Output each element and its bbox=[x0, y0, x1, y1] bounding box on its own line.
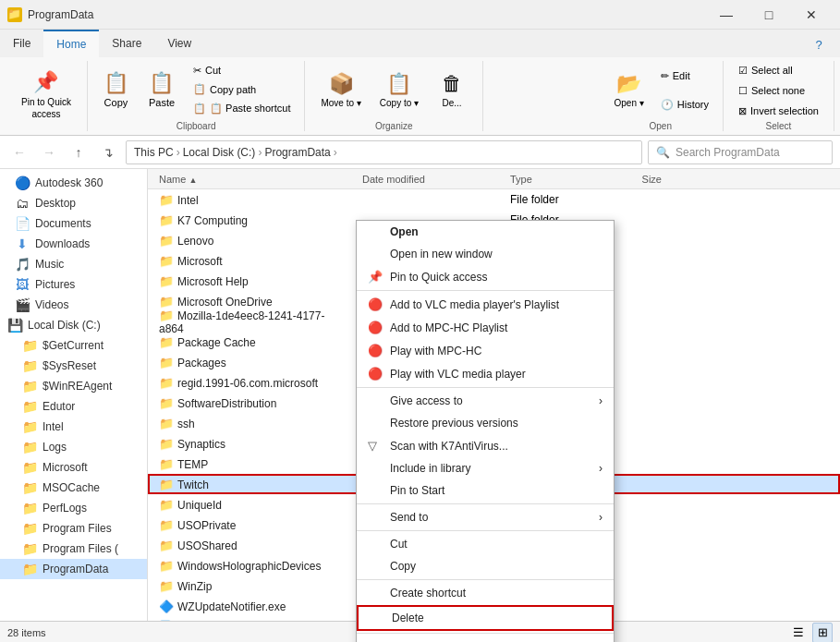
col-header-name[interactable]: Name ▲ bbox=[152, 174, 355, 185]
disk-icon: 💾 bbox=[7, 318, 22, 333]
sidebar-item-sysreset[interactable]: 📁 $SysReset bbox=[0, 356, 147, 376]
close-button[interactable]: ✕ bbox=[790, 0, 833, 30]
ctx-give-access[interactable]: Give access to › bbox=[357, 390, 614, 412]
ribbon-tabs: File Home Share View ? bbox=[0, 30, 840, 57]
ctx-send-to[interactable]: Send to › bbox=[357, 506, 614, 528]
open-label: Open bbox=[650, 119, 672, 131]
sidebar-item-logs[interactable]: 📁 Logs bbox=[0, 437, 147, 457]
edit-button[interactable]: ✏ Edit bbox=[654, 67, 715, 85]
music-icon: 🎵 bbox=[15, 257, 30, 272]
sysreset-icon: 📁 bbox=[22, 358, 37, 373]
sidebar-item-pictures[interactable]: 🖼 Pictures bbox=[0, 274, 147, 295]
minimize-button[interactable]: — bbox=[705, 0, 748, 30]
ctx-play-vlc[interactable]: 🔴 Play with VLC media player bbox=[357, 362, 614, 385]
perflogs-icon: 📁 bbox=[22, 501, 37, 515]
file-row-intel[interactable]: 📁Intel File folder bbox=[148, 189, 840, 210]
col-header-size[interactable]: Size bbox=[595, 174, 669, 185]
sidebar-item-programfiles[interactable]: 📁 Program Files bbox=[0, 518, 147, 539]
ctx-rename[interactable]: Rename bbox=[357, 636, 614, 642]
ctx-scan-k7[interactable]: ▽ Scan with K7AntiVirus... bbox=[357, 434, 614, 457]
ctx-open[interactable]: Open bbox=[357, 221, 614, 243]
copy-button[interactable]: 📋 Copy bbox=[95, 61, 137, 118]
ctx-mpc-playlist[interactable]: 🔴 Add to MPC-HC Playlist bbox=[357, 316, 614, 339]
sidebar-item-desktop[interactable]: 🗂 Desktop bbox=[0, 193, 147, 213]
invert-icon: ⊠ bbox=[738, 105, 747, 117]
invert-selection-button[interactable]: ⊠ Invert selection bbox=[732, 103, 825, 120]
help-button[interactable]: ? bbox=[797, 30, 840, 59]
address-bar: ← → ↑ ↴ This PC › Local Disk (C:) › Prog… bbox=[0, 136, 840, 169]
autodesk-label: Autodesk 360 bbox=[35, 176, 103, 189]
open-button[interactable]: 📂 Open ▾ bbox=[606, 62, 652, 119]
paste-shortcut-button[interactable]: 📋 📋 Paste shortcut bbox=[187, 100, 297, 118]
up-button[interactable]: ↑ bbox=[67, 140, 91, 164]
sidebar-item-documents[interactable]: 📄 Documents bbox=[0, 213, 147, 234]
paste-shortcut-label: 📋 Paste shortcut bbox=[210, 103, 290, 115]
sidebar-item-programdata[interactable]: 📁 ProgramData bbox=[0, 559, 147, 579]
ctx-divider-3 bbox=[357, 503, 614, 504]
sidebar-item-msocache[interactable]: 📁 MSOCache bbox=[0, 478, 147, 498]
ctx-copy[interactable]: Copy bbox=[357, 555, 614, 577]
list-view-button[interactable]: ☰ bbox=[788, 623, 809, 643]
autodesk-icon: 🔵 bbox=[15, 176, 30, 190]
select-all-button[interactable]: ☑ Select all bbox=[732, 62, 825, 79]
ctx-sendto-arrow: › bbox=[599, 511, 603, 524]
sidebar-item-perflogs[interactable]: 📁 PerfLogs bbox=[0, 498, 147, 518]
search-placeholder: Search ProgramData bbox=[676, 146, 780, 159]
ctx-play-mpc[interactable]: 🔴 Play with MPC-HC bbox=[357, 339, 614, 362]
search-box[interactable]: 🔍 Search ProgramData bbox=[648, 140, 833, 164]
history-button[interactable]: 🕐 History bbox=[654, 95, 715, 114]
breadcrumb-c: Local Disk (C:) bbox=[183, 146, 256, 159]
edit-icon: ✏ bbox=[661, 70, 669, 82]
ctx-mpc-icon: 🔴 bbox=[368, 321, 383, 334]
ctx-access-arrow: › bbox=[599, 394, 603, 407]
ctx-delete[interactable]: Delete bbox=[357, 605, 614, 631]
sidebar-item-music[interactable]: 🎵 Music bbox=[0, 254, 147, 274]
sidebar-item-programfilesx[interactable]: 📁 Program Files ( bbox=[0, 539, 147, 559]
selectall-label: Select all bbox=[751, 65, 793, 76]
tab-view[interactable]: View bbox=[154, 30, 204, 57]
select-none-button[interactable]: ☐ Select none bbox=[732, 82, 825, 100]
breadcrumb[interactable]: This PC › Local Disk (C:) › ProgramData … bbox=[126, 140, 642, 164]
move-to-button[interactable]: 📦 Move to ▾ bbox=[312, 62, 369, 119]
detail-view-button[interactable]: ⊞ bbox=[812, 623, 833, 643]
copy-path-button[interactable]: 📋 Copy path bbox=[187, 80, 297, 99]
ctx-include-library[interactable]: Include in library › bbox=[357, 457, 614, 479]
delete-ribbon-button[interactable]: 🗑 De... bbox=[429, 62, 475, 119]
sidebar-item-microsoft[interactable]: 📁 Microsoft bbox=[0, 457, 147, 478]
sidebar-item-getcurrent[interactable]: 📁 $GetCurrent bbox=[0, 335, 147, 356]
status-item-count: 28 items bbox=[7, 627, 46, 638]
tab-home[interactable]: Home bbox=[43, 30, 99, 57]
copy-to-button[interactable]: 📋 Copy to ▾ bbox=[371, 62, 427, 119]
sidebar-item-downloads[interactable]: ⬇ Downloads bbox=[0, 234, 147, 254]
ctx-cut[interactable]: Cut bbox=[357, 533, 614, 555]
recent-button[interactable]: ↴ bbox=[96, 140, 120, 164]
col-header-type[interactable]: Type bbox=[503, 174, 595, 185]
col-header-date[interactable]: Date modified bbox=[355, 174, 503, 185]
selectnone-label: Select none bbox=[751, 85, 805, 96]
ctx-vlc-playlist[interactable]: 🔴 Add to VLC media player's Playlist bbox=[357, 293, 614, 316]
ctx-create-shortcut[interactable]: Create shortcut bbox=[357, 582, 614, 604]
ctx-restore-versions[interactable]: Restore previous versions bbox=[357, 412, 614, 434]
delete-icon: 🗑 bbox=[442, 72, 462, 96]
cut-button[interactable]: ✂ Cut bbox=[187, 61, 297, 79]
group-organize: 📦 Move to ▾ 📋 Copy to ▾ 🗑 De... Organize bbox=[305, 61, 483, 131]
disk-label: Local Disk (C:) bbox=[28, 319, 101, 332]
sidebar-item-edutor[interactable]: 📁 Edutor bbox=[0, 396, 147, 417]
sidebar-item-videos[interactable]: 🎬 Videos bbox=[0, 295, 147, 315]
tab-file[interactable]: File bbox=[0, 30, 43, 57]
ctx-divider-4 bbox=[357, 530, 614, 531]
sidebar-item-localdisk[interactable]: 💾 Local Disk (C:) bbox=[0, 315, 147, 335]
ctx-open-new-window[interactable]: Open in new window bbox=[357, 243, 614, 265]
ctx-pin-start[interactable]: Pin to Start bbox=[357, 479, 614, 502]
tab-share[interactable]: Share bbox=[99, 30, 154, 57]
sidebar-item-winreagent[interactable]: 📁 $WinREAgent bbox=[0, 376, 147, 396]
pin-quickaccess-button[interactable]: 📌 Pin to Quick access bbox=[13, 67, 79, 124]
ctx-pin-quickaccess[interactable]: 📌 Pin to Quick access bbox=[357, 265, 614, 288]
forward-button[interactable]: → bbox=[37, 140, 61, 164]
back-button[interactable]: ← bbox=[7, 140, 31, 164]
pd-icon: 📁 bbox=[22, 562, 37, 576]
maximize-button[interactable]: □ bbox=[748, 0, 790, 30]
paste-button[interactable]: 📋 Paste bbox=[140, 61, 183, 118]
sidebar-item-intel[interactable]: 📁 Intel bbox=[0, 417, 147, 437]
sidebar-item-autodesk[interactable]: 🔵 Autodesk 360 bbox=[0, 173, 147, 193]
